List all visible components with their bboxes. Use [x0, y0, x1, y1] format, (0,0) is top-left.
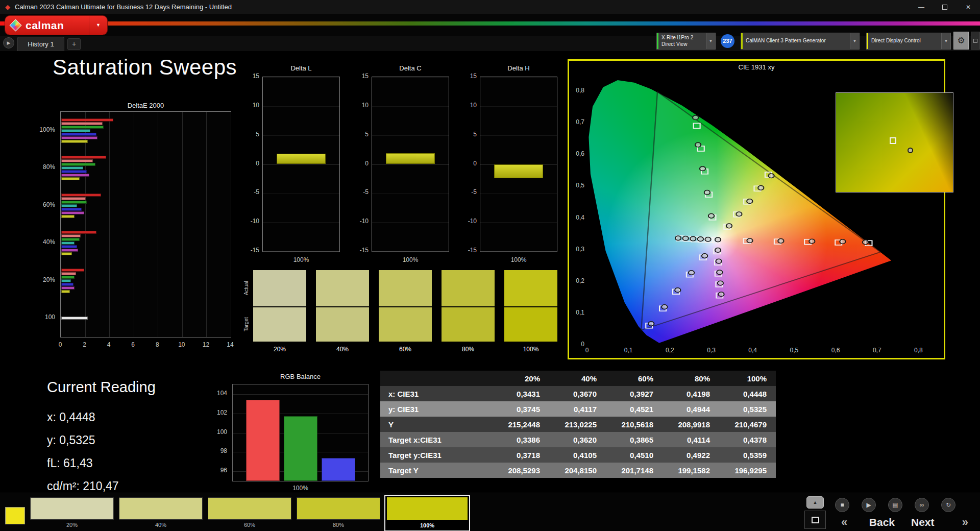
pattern-patch-100%[interactable]: 100%: [385, 496, 469, 530]
meter-mode: Direct View: [662, 41, 693, 48]
deltae-bar: [61, 242, 75, 245]
calman-menu-button[interactable]: calman ▼: [5, 16, 107, 35]
patch-color: [386, 497, 468, 520]
patch-count-badge[interactable]: 237: [721, 34, 734, 48]
target-swatch: [316, 307, 369, 342]
measured-marker: [700, 166, 705, 171]
deltae-bar: [61, 238, 80, 241]
axis-tick-label: 0,5: [785, 347, 803, 354]
maximize-button[interactable]: [933, 0, 957, 14]
pattern-status-accent: [741, 33, 743, 49]
axis-tick-label: 20%: [20, 276, 55, 283]
deltae-bar: [61, 245, 77, 248]
gridline: [263, 106, 339, 107]
pattern-patch-20%[interactable]: 20%: [30, 497, 114, 529]
display-status-accent: [867, 33, 868, 49]
gridline: [372, 135, 449, 136]
overflow-button[interactable]: [971, 32, 980, 50]
patch-label: 100%: [386, 522, 468, 528]
deltae-bar: [61, 136, 97, 139]
square-icon: [812, 517, 819, 523]
back-label: Back: [869, 516, 895, 528]
results-table: 20%40%60%80%100%x: CIE310,34310,36700,39…: [380, 371, 776, 478]
axis-tick-label: 14: [220, 341, 240, 348]
cell-value: 0,4922: [662, 451, 718, 460]
panel-collapse-button[interactable]: ▲: [806, 496, 824, 509]
chart-title: Delta C: [372, 64, 449, 72]
back-button[interactable]: « Back: [836, 514, 900, 530]
axis-tick-label: 40%: [20, 238, 55, 246]
measured-marker: [683, 236, 689, 241]
measured-marker: [747, 238, 752, 243]
axis-tick-label: 15: [457, 73, 477, 80]
next-button[interactable]: Next »: [906, 514, 973, 530]
actual-swatch: [316, 270, 369, 306]
axis-tick-label: -10: [240, 218, 259, 225]
axis-tick-label: 0,1: [619, 347, 638, 354]
cell-value: 0,3620: [548, 436, 605, 444]
measured-marker: [758, 186, 764, 190]
row-label: Target x:CIE31: [380, 436, 492, 444]
pattern-patch-40%[interactable]: 40%: [119, 497, 203, 529]
axis-tick-label: 104: [206, 390, 227, 397]
axis-tick-label: 96: [206, 467, 227, 474]
axis-tick-label: 0,2: [660, 347, 679, 354]
add-tab-button[interactable]: +: [67, 38, 81, 50]
row-label: Y: [380, 420, 492, 429]
gridline: [263, 77, 339, 78]
deltae-chart-title: DeltaE 2000: [60, 102, 231, 109]
column-header: 80%: [662, 374, 718, 383]
axis-label: 100%: [372, 256, 449, 263]
cell-value: 0,5359: [718, 451, 775, 460]
axis-tick-label: 98: [206, 447, 227, 454]
window-title: Calman 2023 Calman Ultimate for Business…: [15, 3, 232, 11]
deltae-bar: [61, 211, 84, 214]
cell-value: 0,3670: [548, 390, 605, 398]
axis-tick-label: -10: [349, 218, 369, 225]
gridline: [182, 112, 183, 337]
close-button[interactable]: ✕: [957, 0, 980, 14]
display-control-dropdown[interactable]: Direct Display Control ▼: [866, 33, 951, 50]
link-button[interactable]: ∞: [915, 498, 929, 512]
settings-button[interactable]: ⚙: [953, 32, 969, 50]
patch-color: [208, 497, 291, 520]
gridline: [233, 394, 368, 395]
pattern-patch-60%[interactable]: 60%: [208, 497, 291, 529]
cell-value: 0,4117: [548, 405, 605, 414]
pattern-patch-80%[interactable]: 80%: [297, 497, 380, 529]
swatch-label: 80%: [442, 346, 495, 353]
gridline: [372, 193, 449, 194]
cie-panel: CIE 1931 xy 0,80,70,60,50,40,30,20,10 00…: [568, 59, 945, 359]
pattern-generator-dropdown[interactable]: CalMAN Client 3 Pattern Generator ▼: [741, 33, 860, 50]
save-button[interactable]: ▤: [888, 498, 902, 512]
refresh-button[interactable]: ↻: [941, 498, 955, 512]
next-label: Next: [911, 516, 935, 528]
meter-name: X-Rite i1Pro 2: [662, 35, 693, 41]
deltae-bar: [61, 166, 83, 170]
axis-tick-label: 100: [20, 313, 55, 321]
rgb-bar: [246, 400, 280, 481]
minimize-button[interactable]: —: [910, 0, 933, 14]
calman-gem-icon: [9, 19, 21, 31]
tab-scroll-button[interactable]: ▶: [3, 37, 14, 49]
deltae-bar: [61, 140, 88, 143]
deltae-bar: [61, 156, 106, 159]
measured-marker: [689, 271, 694, 275]
gridline: [263, 164, 339, 165]
meter-dropdown[interactable]: X-Rite i1Pro 2 Direct View ▼: [656, 33, 716, 50]
reading-line: fL: 61,43: [47, 452, 119, 475]
patch-label: 20%: [30, 522, 114, 528]
axis-tick-label: 102: [206, 409, 227, 416]
axis-tick-label: -10: [457, 218, 477, 225]
measured-marker: [675, 288, 680, 293]
tab-history-1[interactable]: History 1: [17, 37, 64, 51]
play-button[interactable]: ▶: [862, 498, 876, 512]
axis-tick-label: 5: [457, 131, 477, 138]
logo-dropdown-arrow-icon[interactable]: ▼: [89, 16, 107, 35]
axis-label: 100%: [262, 256, 340, 263]
stop-button[interactable]: ■: [835, 498, 849, 512]
cell-value: 0,4944: [662, 405, 718, 414]
pattern-window-button[interactable]: [804, 511, 826, 529]
target-swatch: [379, 307, 432, 342]
delta-h-chart: Delta H151050-5-10-15100%: [480, 64, 557, 269]
